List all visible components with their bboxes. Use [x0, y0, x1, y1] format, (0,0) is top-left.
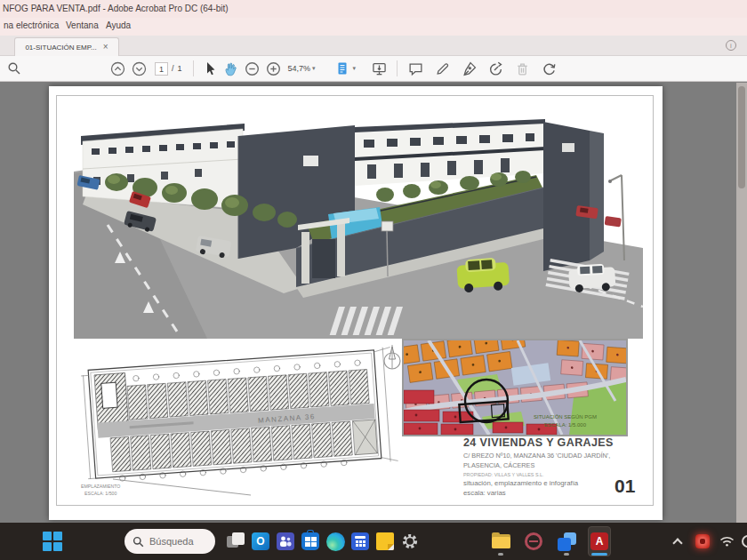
site-plan-drawing: MANZANA 36: [77, 339, 399, 506]
previous-page-button[interactable]: [107, 58, 128, 79]
north-compass-icon: [380, 340, 405, 374]
sheet-title-block: 24 VIVIENDAS Y GARAJES C/ BREZO Nº10, MA…: [463, 436, 654, 502]
redo-icon[interactable]: [538, 58, 559, 79]
fill-sign-pencil-icon[interactable]: [431, 58, 453, 79]
site-plan-caption-2: ESCALA: 1/500: [84, 491, 116, 496]
window-titlebar: NFOG PARA VENTA.pdf - Adobe Acrobat Pro …: [0, 0, 747, 18]
page-display-icon[interactable]: [332, 58, 353, 79]
page-number-field[interactable]: 1: [155, 62, 168, 76]
sticky-notes-icon[interactable]: [374, 526, 397, 556]
next-page-button[interactable]: [128, 58, 149, 79]
taskbar: Búsqueda O: [0, 523, 747, 560]
acrobat-taskbar-icon[interactable]: A: [588, 526, 611, 556]
zoom-in-button[interactable]: [263, 58, 285, 79]
map-caption-1: SITUACIÓN SEGÚN PGM: [534, 414, 597, 420]
zoom-caret-icon[interactable]: ▾: [312, 65, 316, 72]
page-display-caret-icon[interactable]: ▾: [353, 65, 357, 72]
share-screen-icon[interactable]: [368, 58, 390, 79]
phone-link-icon[interactable]: [555, 526, 578, 556]
site-plan-caption-1: EMPLAZAMIENTO: [81, 484, 120, 489]
acrobat-toolbar: 1 / 1 54,7% ▾ ▾: [0, 56, 747, 82]
pdf-page[interactable]: MANZANA 36: [49, 86, 663, 520]
desktop-screen: NFOG PARA VENTA.pdf - Adobe Acrobat Pro …: [0, 0, 747, 560]
info-icon[interactable]: i: [726, 40, 736, 51]
zoom-out-button[interactable]: [242, 58, 263, 79]
tray-partial-icon[interactable]: [742, 535, 747, 548]
map-caption-2: ESCALA: 1/5.000: [544, 422, 587, 428]
microsoft-store-icon[interactable]: [299, 526, 322, 556]
teams-icon[interactable]: [274, 526, 297, 556]
menu-item-ayuda[interactable]: Ayuda: [106, 20, 131, 30]
file-explorer-icon[interactable]: [489, 526, 512, 556]
signature-pen-icon[interactable]: [458, 58, 479, 79]
project-address-line1: C/ BREZO Nº10, MANZANA 36 'CIUDAD JARDÍN…: [463, 452, 654, 460]
tab-bar: 01-SITUACIÓN EMP... × i: [0, 36, 747, 56]
settings-gear-icon[interactable]: [398, 526, 422, 556]
corner-building-right: [543, 122, 604, 271]
project-address-line2: PLASENCIA, CÁCERES: [463, 461, 654, 469]
wifi-icon[interactable]: [719, 535, 735, 548]
recording-indicator-icon[interactable]: [695, 534, 710, 548]
menu-bar: na electrónica Ventana Ayuda: [0, 18, 747, 36]
window-title: NFOG PARA VENTA.pdf - Adobe Acrobat Pro …: [3, 4, 229, 13]
menu-item-firma-electronica[interactable]: na electrónica: [4, 20, 59, 30]
search-icon: [133, 536, 144, 548]
zoom-level-value[interactable]: 54,7%: [288, 64, 311, 73]
start-button[interactable]: [43, 532, 62, 551]
close-icon[interactable]: ×: [103, 44, 108, 51]
ring-app-icon[interactable]: [522, 526, 545, 556]
task-view-icon[interactable]: [224, 526, 247, 556]
sheet-number: 01: [614, 476, 635, 497]
calculator-icon[interactable]: [349, 526, 372, 556]
render-3d-townhouses: [74, 118, 643, 339]
hidden-icons-chevron-icon[interactable]: [672, 538, 682, 548]
tab-label: 01-SITUACIÓN EMP...: [25, 44, 96, 52]
hand-tool-icon[interactable]: [221, 58, 242, 79]
menu-item-ventana[interactable]: Ventana: [66, 20, 99, 30]
document-tab[interactable]: 01-SITUACIÓN EMP... ×: [14, 37, 119, 56]
outlook-icon[interactable]: O: [249, 526, 272, 556]
comment-icon[interactable]: [405, 58, 426, 79]
delete-trash-icon[interactable]: [511, 58, 533, 79]
edge-icon[interactable]: [324, 526, 347, 556]
page-indicator: 1 / 1: [155, 62, 182, 76]
vertical-scrollbar[interactable]: [736, 83, 747, 523]
search-icon[interactable]: [4, 58, 25, 79]
situation-map: SITUACIÓN SEGÚN PGM ESCALA: 1/5.000: [402, 339, 628, 436]
scrollbar-thumb[interactable]: [738, 86, 745, 188]
send-for-signature-icon[interactable]: [485, 58, 506, 79]
project-title: 24 VIVIENDAS Y GARAJES: [463, 436, 654, 449]
search-placeholder: Búsqueda: [149, 536, 194, 547]
car-red-small-2: [605, 216, 622, 227]
select-tool-icon[interactable]: [199, 58, 221, 79]
taskbar-search[interactable]: Búsqueda: [124, 529, 215, 554]
document-viewer: MANZANA 36: [0, 83, 747, 523]
